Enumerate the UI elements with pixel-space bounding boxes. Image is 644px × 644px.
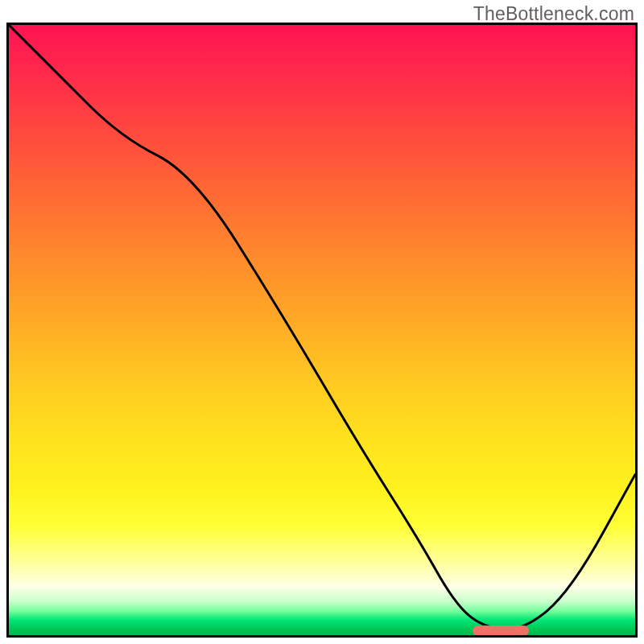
attribution-text: TheBottleneck.com [473,3,634,25]
bottleneck-curve [9,25,635,635]
chart-frame [6,23,638,638]
optimum-range-marker [473,625,529,636]
